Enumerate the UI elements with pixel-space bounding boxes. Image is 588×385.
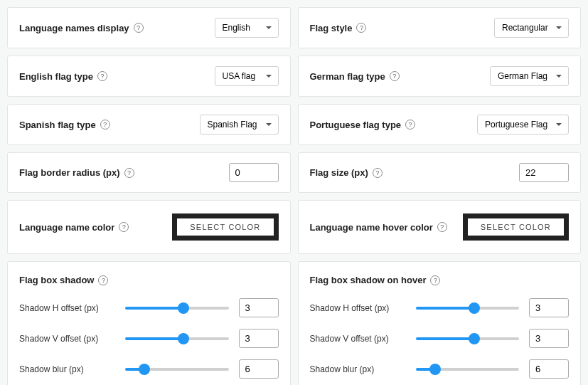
shadow-blur-slider[interactable]: [125, 368, 229, 371]
help-icon[interactable]: ?: [124, 168, 134, 178]
help-icon[interactable]: ?: [119, 222, 129, 232]
flag-style-select[interactable]: Rectangular: [494, 18, 569, 38]
hover-shadow-v-offset-slider[interactable]: [416, 337, 520, 340]
help-icon[interactable]: ?: [390, 71, 400, 81]
portuguese-flag-type-label: Portuguese flag type ?: [310, 120, 416, 130]
shadow-h-offset-input[interactable]: [239, 298, 279, 317]
shadow-blur-label: Shadow blur (px): [19, 364, 115, 374]
lang-name-color-button[interactable]: SELECT COLOR: [172, 213, 278, 241]
english-flag-type-select[interactable]: USA flag: [215, 66, 279, 86]
flag-style-label: Flag style ?: [310, 23, 367, 33]
hover-shadow-v-offset-label: Shadow V offset (px): [310, 334, 406, 344]
help-icon[interactable]: ?: [98, 275, 108, 285]
lang-name-hover-color-label: Language name hover color ?: [310, 222, 447, 233]
flag-box-shadow-hover-title: Flag box shadow on hover: [310, 275, 427, 285]
flag-size-input[interactable]: [519, 163, 569, 182]
help-icon[interactable]: ?: [97, 71, 107, 81]
spanish-flag-type-label: Spanish flag type ?: [19, 120, 110, 130]
shadow-blur-input[interactable]: [239, 359, 279, 379]
shadow-h-offset-slider[interactable]: [125, 307, 229, 310]
shadow-v-offset-label: Shadow V offset (px): [19, 334, 115, 344]
help-icon[interactable]: ?: [437, 222, 447, 232]
portuguese-flag-type-select[interactable]: Portuguese Flag: [477, 115, 569, 135]
shadow-v-offset-slider[interactable]: [125, 337, 229, 340]
lang-names-display-label: Language names display ?: [19, 23, 144, 33]
hover-shadow-blur-label: Shadow blur (px): [310, 364, 406, 374]
help-icon[interactable]: ?: [100, 120, 110, 130]
help-icon[interactable]: ?: [430, 275, 440, 285]
hover-shadow-blur-input[interactable]: [529, 359, 569, 379]
hover-shadow-blur-slider[interactable]: [416, 368, 520, 371]
hover-shadow-v-offset-input[interactable]: [529, 329, 569, 348]
spanish-flag-type-select[interactable]: Spanish Flag: [200, 115, 279, 135]
german-flag-type-label: German flag type ?: [310, 71, 400, 82]
flag-box-shadow-title: Flag box shadow: [19, 275, 94, 285]
hover-shadow-h-offset-slider[interactable]: [416, 307, 520, 310]
hover-shadow-h-offset-input[interactable]: [529, 298, 569, 317]
flag-box-shadow-hover-panel: Flag box shadow on hover ? Shadow H offs…: [298, 261, 582, 385]
help-icon[interactable]: ?: [373, 168, 383, 178]
shadow-v-offset-input[interactable]: [239, 329, 279, 348]
flag-border-radius-input[interactable]: [229, 163, 279, 182]
flag-size-label: Flag size (px) ?: [310, 167, 383, 178]
flag-box-shadow-panel: Flag box shadow ? Shadow H offset (px) S…: [7, 261, 291, 385]
lang-name-color-label: Language name color ?: [19, 222, 129, 233]
english-flag-type-label: English flag type ?: [19, 71, 107, 82]
help-icon[interactable]: ?: [134, 23, 144, 33]
flag-border-radius-label: Flag border radius (px) ?: [19, 167, 134, 178]
help-icon[interactable]: ?: [356, 23, 366, 33]
lang-name-hover-color-button[interactable]: SELECT COLOR: [463, 213, 569, 241]
german-flag-type-select[interactable]: German Flag: [490, 66, 569, 86]
hover-shadow-h-offset-label: Shadow H offset (px): [310, 303, 406, 313]
lang-names-display-select[interactable]: English: [215, 18, 279, 38]
shadow-h-offset-label: Shadow H offset (px): [19, 303, 115, 313]
help-icon[interactable]: ?: [405, 120, 415, 130]
